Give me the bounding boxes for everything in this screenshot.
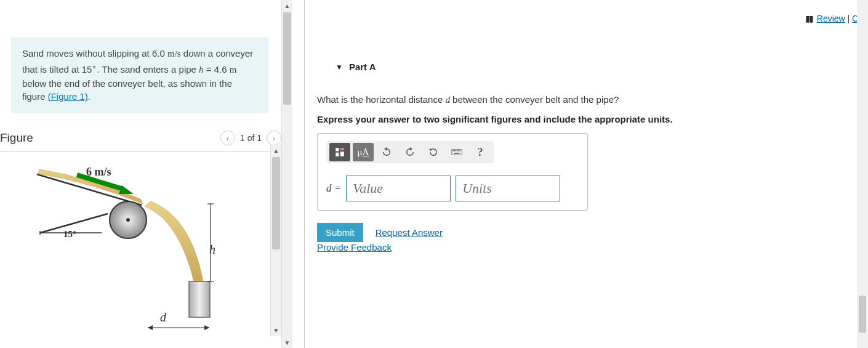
prob-t3: . The sand enters a pipe (97, 64, 199, 75)
special-chars-button[interactable]: μÅ (353, 143, 374, 161)
svg-rect-13 (340, 148, 344, 150)
answer-toolbar: μÅ ? (326, 141, 494, 163)
submit-button[interactable]: Submit (317, 223, 363, 242)
book-icon: ▮▮ (805, 14, 813, 23)
reset-icon (428, 147, 439, 158)
keyboard-button[interactable] (446, 143, 467, 161)
templates-icon (334, 147, 345, 158)
problem-statement: Sand moves without slipping at 6.0 m/s d… (11, 37, 268, 113)
value-input[interactable] (346, 176, 451, 201)
svg-rect-5 (189, 281, 210, 317)
question-text: What is the horizontal distance d betwee… (317, 94, 868, 105)
svg-rect-24 (458, 150, 459, 152)
prob-h: h (199, 65, 204, 75)
figure-label-angle: 15° (63, 229, 76, 240)
scroll-down-icon[interactable]: ▼ (282, 337, 292, 348)
svg-rect-26 (454, 153, 460, 155)
svg-marker-16 (384, 147, 387, 151)
mua-label: μÅ (358, 147, 369, 158)
answer-box: μÅ ? d = (317, 133, 588, 211)
prob-t4: = 4.6 (204, 64, 230, 75)
figure-link[interactable]: (Figure 1) (48, 91, 88, 102)
top-links: ▮▮ Review | Co (805, 14, 863, 23)
prob-t1: Sand moves without slipping at 6.0 (22, 48, 167, 59)
conveyer-diagram (6, 158, 265, 343)
pager-prev-button[interactable]: ‹ (220, 131, 235, 145)
request-answer-link[interactable]: Request Answer (376, 227, 443, 238)
pager-text: 1 of 1 (240, 133, 262, 143)
redo-icon (404, 147, 416, 158)
svg-marker-10 (148, 325, 153, 330)
figure-label-d: d (160, 310, 166, 325)
svg-rect-20 (452, 150, 454, 152)
undo-button[interactable] (376, 143, 397, 161)
templates-button[interactable] (329, 143, 350, 161)
svg-marker-11 (204, 325, 209, 330)
figure-pager: ‹ 1 of 1 › (220, 131, 281, 145)
left-panel-scrollbar[interactable]: ▲ ▼ (281, 0, 292, 348)
figure-label-h: h (209, 243, 215, 257)
svg-rect-21 (454, 150, 456, 152)
svg-point-1 (126, 218, 130, 222)
figure-label-speed: 6 m/s (86, 166, 111, 179)
svg-rect-23 (457, 150, 458, 152)
keyboard-icon (451, 147, 462, 158)
figure-divider (0, 152, 281, 152)
svg-rect-14 (336, 153, 339, 156)
provide-feedback-link[interactable]: Provide Feedback (317, 242, 392, 253)
instruction-text: Express your answer to two significant f… (317, 114, 868, 124)
svg-rect-22 (456, 150, 457, 152)
answer-entry-row: d = (326, 176, 579, 201)
figure-image: 6 m/s 15° h d (0, 158, 271, 343)
part-a-header[interactable]: ▼ Part A (336, 62, 868, 72)
figure-title: Figure (0, 131, 33, 145)
figure-scrollbar[interactable]: ▲ ▼ (270, 145, 281, 336)
scroll-down-icon[interactable]: ▼ (271, 325, 281, 336)
submit-row: Submit Request Answer (317, 223, 868, 242)
prob-speed-unit: m/s (167, 49, 181, 59)
svg-marker-17 (410, 147, 412, 151)
scroll-up-icon[interactable]: ▲ (271, 145, 281, 156)
entry-label: d = (326, 182, 341, 195)
part-caret-icon: ▼ (336, 63, 343, 71)
part-a-label: Part A (349, 62, 376, 72)
units-input[interactable] (456, 176, 560, 201)
q-t1: What is the horizontal distance (317, 94, 445, 105)
undo-icon (381, 147, 392, 158)
redo-button[interactable] (400, 143, 420, 161)
review-link[interactable]: Review (817, 14, 845, 23)
q-t2: between the conveyer belt and the pipe? (450, 94, 619, 105)
svg-rect-25 (460, 150, 461, 152)
help-button[interactable]: ? (470, 143, 491, 161)
q-dvar: d (445, 95, 450, 105)
link-sep: | (848, 14, 853, 23)
prob-period: . (88, 91, 90, 102)
reset-button[interactable] (423, 143, 444, 161)
svg-marker-18 (429, 149, 432, 152)
svg-rect-19 (452, 150, 462, 155)
scroll-up-icon[interactable]: ▲ (282, 0, 292, 11)
pager-next-button[interactable]: › (267, 131, 281, 145)
right-panel-scrollbar[interactable] (857, 0, 868, 348)
svg-rect-15 (340, 152, 344, 156)
svg-rect-12 (336, 148, 339, 151)
prob-m: m (230, 65, 237, 75)
